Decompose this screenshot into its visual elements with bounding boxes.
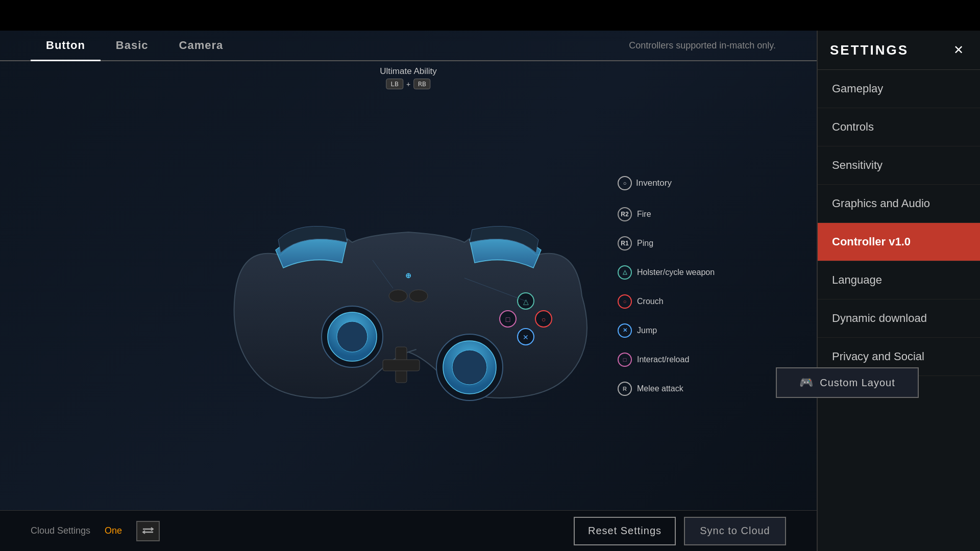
svg-point-9 xyxy=(409,290,428,302)
close-button[interactable]: ✕ xyxy=(949,41,968,59)
sidebar-item-controller[interactable]: Controller v1.0 xyxy=(818,223,980,261)
ultimate-combo: LB + RB xyxy=(380,79,436,89)
main-content: Button Basic Camera Controllers supporte… xyxy=(0,31,980,551)
sidebar-item-controls[interactable]: Controls xyxy=(818,108,980,146)
tab-info: Controllers supported in-match only. xyxy=(629,31,786,60)
sidebar-item-sensitivity[interactable]: Sensitivity xyxy=(818,146,980,185)
sidebar-item-gameplay[interactable]: Gameplay xyxy=(818,70,980,108)
label-interact: □ Interact/reload xyxy=(618,353,771,367)
label-crouch: ○ Crouch xyxy=(618,294,771,309)
svg-text:✕: ✕ xyxy=(523,333,529,341)
label-melee: R Melee attack xyxy=(618,382,771,396)
lb-badge: LB xyxy=(386,79,403,89)
custom-layout-button[interactable]: 🎮 Custom Layout xyxy=(776,367,919,398)
sidebar-item-dynamic-download[interactable]: Dynamic download xyxy=(818,299,980,338)
svg-point-8 xyxy=(389,290,407,302)
settings-header: SETTINGS ✕ xyxy=(818,31,980,70)
svg-text:□: □ xyxy=(506,315,510,323)
controller-svg-container: ⊕ △ ○ ✕ □ xyxy=(199,153,618,418)
tabs-bar: Button Basic Camera Controllers supporte… xyxy=(0,31,817,61)
svg-point-2 xyxy=(337,321,368,352)
svg-rect-7 xyxy=(383,360,420,371)
label-holster: △ Holster/cycle weapon xyxy=(618,265,771,280)
sidebar-menu: Gameplay Controls Sensitivity Graphics a… xyxy=(818,70,980,551)
ultimate-ability-label: Ultimate Ability LB + RB xyxy=(380,66,436,89)
tab-camera[interactable]: Camera xyxy=(164,31,239,61)
reset-settings-button[interactable]: Reset Settings xyxy=(574,517,676,545)
right-sidebar: SETTINGS ✕ Gameplay Controls Sensitivity… xyxy=(817,31,980,551)
controller-area: Ultimate Ability LB + RB Map — ADS L2 xyxy=(0,61,817,510)
cloud-settings-label: Cloud Settings xyxy=(31,525,90,536)
svg-point-5 xyxy=(452,350,487,385)
center-panel: Button Basic Camera Controllers supporte… xyxy=(0,31,817,551)
svg-text:⊕: ⊕ xyxy=(405,271,411,280)
sync-to-cloud-button[interactable]: Sync to Cloud xyxy=(684,517,786,545)
controller-diagram: ⊕ △ ○ ✕ □ xyxy=(199,153,618,418)
labels-right: ○ Inventory R2 Fire R1 Ping △ Holster/cy… xyxy=(618,153,771,418)
cloud-icon-button[interactable] xyxy=(136,521,160,541)
label-fire: R2 Fire xyxy=(618,207,771,221)
bottom-actions: Reset Settings Sync to Cloud xyxy=(574,517,786,545)
sidebar-item-graphics-audio[interactable]: Graphics and Audio xyxy=(818,185,980,223)
tab-basic[interactable]: Basic xyxy=(101,31,164,61)
svg-text:○: ○ xyxy=(542,315,546,323)
top-bar xyxy=(0,0,980,31)
tab-button[interactable]: Button xyxy=(31,31,101,61)
label-ping: R1 Ping xyxy=(618,236,771,251)
settings-title: SETTINGS xyxy=(830,42,909,58)
label-inventory: ○ Inventory xyxy=(618,176,771,190)
rb-badge: RB xyxy=(413,79,431,89)
sidebar-item-language[interactable]: Language xyxy=(818,261,980,299)
label-jump: ✕ Jump xyxy=(618,323,771,338)
bottom-bar: Cloud Settings One Reset Settings Sync t… xyxy=(0,510,817,551)
cloud-settings-value: One xyxy=(105,525,122,536)
svg-text:△: △ xyxy=(523,297,529,306)
